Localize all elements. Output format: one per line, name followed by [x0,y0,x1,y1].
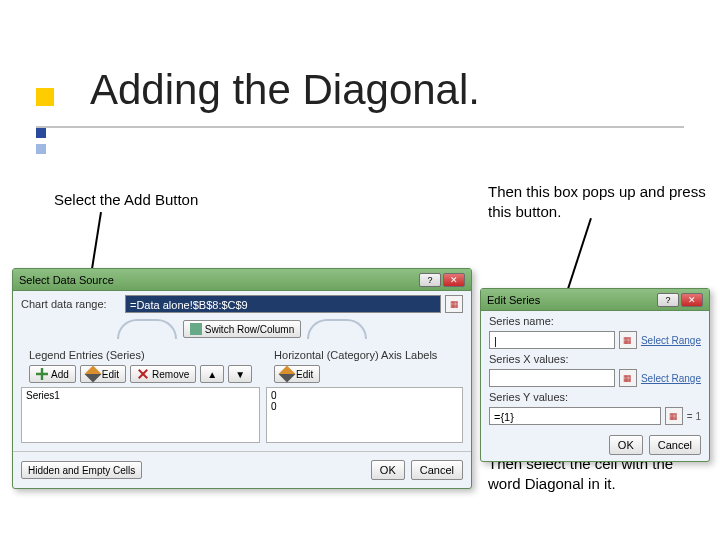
plus-icon [36,368,48,380]
series-x-label: Series X values: [489,353,701,365]
collapse-range-icon[interactable]: ▦ [619,369,637,387]
series-y-label: Series Y values: [489,391,701,403]
close-button[interactable]: ✕ [681,293,703,307]
caption-press-button: Then this box pops up and press this but… [488,182,708,221]
select-range-link[interactable]: Select Range [641,335,701,346]
close-button[interactable]: ✕ [443,273,465,287]
move-up-button[interactable]: ▲ [200,365,224,383]
remove-button[interactable]: Remove [130,365,196,383]
series-name-label: Series name: [489,315,701,327]
remove-label: Remove [152,369,189,380]
help-button[interactable]: ? [657,293,679,307]
add-button[interactable]: Add [29,365,76,383]
chart-range-label: Chart data range: [21,298,121,310]
collapse-range-icon[interactable]: ▦ [445,295,463,313]
select-data-source-dialog: Select Data Source ? ✕ Chart data range:… [12,268,472,489]
pencil-icon [84,366,101,383]
switch-row-column-button[interactable]: Switch Row/Column [183,320,301,338]
ok-button[interactable]: OK [371,460,405,480]
help-button[interactable]: ? [419,273,441,287]
axis-edit-button[interactable]: Edit [274,365,320,383]
slide-title: Adding the Diagonal. [90,66,480,114]
select-range-link[interactable]: Select Range [641,373,701,384]
pencil-icon [279,366,296,383]
dialog-title: Select Data Source [19,274,114,286]
add-label: Add [51,369,69,380]
series-listbox[interactable]: Series1 [21,387,260,443]
edit-label: Edit [102,369,119,380]
cancel-button[interactable]: Cancel [411,460,463,480]
switch-icon [190,323,202,335]
series-name-input[interactable]: | [489,331,615,349]
caption-select-add: Select the Add Button [54,190,198,210]
chart-range-input[interactable]: =Data alone!$B$8:$C$9 [125,295,441,313]
ok-button[interactable]: OK [609,435,643,455]
axis-edit-label: Edit [296,369,313,380]
list-item[interactable]: Series1 [26,390,255,401]
hidden-empty-cells-button[interactable]: Hidden and Empty Cells [21,461,142,479]
edit-button[interactable]: Edit [80,365,126,383]
list-item: 0 [271,401,458,412]
legend-entries-header: Legend Entries (Series) [29,349,252,361]
list-item: 0 [271,390,458,401]
series-x-input[interactable] [489,369,615,387]
axis-listbox[interactable]: 0 0 [266,387,463,443]
collapse-range-icon[interactable]: ▦ [665,407,683,425]
y-preview: = 1 [687,411,701,422]
x-icon [137,368,149,380]
edit-series-dialog: Edit Series ? ✕ Series name: | ▦ Select … [480,288,710,462]
collapse-range-icon[interactable]: ▦ [619,331,637,349]
move-down-button[interactable]: ▼ [228,365,252,383]
switch-label: Switch Row/Column [205,324,294,335]
slide-bullet-decor [36,88,54,106]
dialog-title: Edit Series [487,294,540,306]
cancel-button[interactable]: Cancel [649,435,701,455]
switch-arrows-decor: Switch Row/Column [13,319,471,339]
title-underline [36,126,684,128]
series-y-input[interactable]: ={1} [489,407,661,425]
axis-labels-header: Horizontal (Category) Axis Labels [274,349,455,361]
